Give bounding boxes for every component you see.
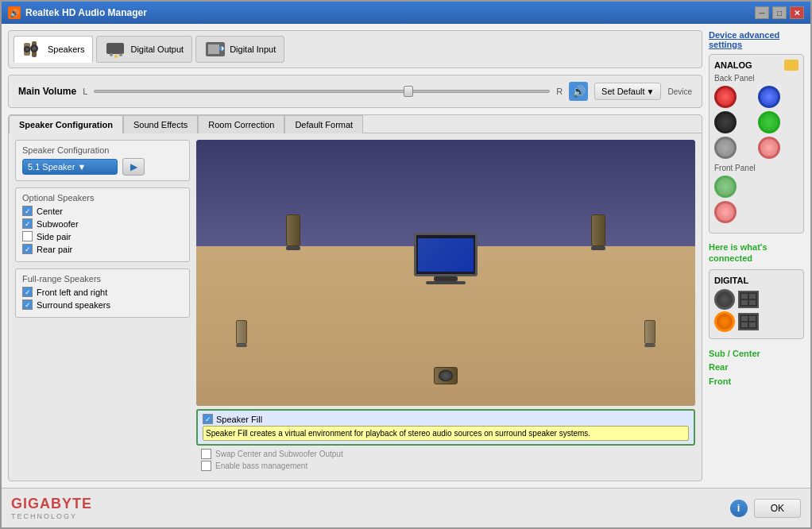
minimize-button[interactable]: ─ (755, 6, 769, 19)
front-panel-title: Front Panel (714, 164, 798, 172)
enhance-label: Enable bass management (215, 461, 307, 470)
subtab-sound-effects[interactable]: Sound Effects (123, 115, 198, 133)
enhance-checkbox[interactable] (201, 461, 211, 471)
rear-pair-checkbox[interactable] (22, 244, 33, 254)
folder-icon (784, 60, 798, 71)
info-button[interactable]: i (730, 500, 748, 517)
maximize-button[interactable]: □ (772, 6, 787, 19)
digital-connectors (714, 289, 798, 332)
surround-item: Surround speakers (22, 299, 183, 310)
front-left-speaker (286, 214, 300, 250)
surround-checkbox[interactable] (22, 299, 33, 310)
tab-speakers[interactable]: Speakers (14, 36, 93, 63)
gigabyte-logo: GIGABYTE TECHNOLOGY (11, 496, 92, 520)
speaker-config-group: Speaker Configuration 5.1 Speaker ▼ ▶ (15, 140, 190, 181)
ok-button[interactable]: OK (754, 499, 801, 518)
optional-speakers-title: Optional Speakers (22, 193, 183, 203)
subtab-speaker-config[interactable]: Speaker Configuration (9, 115, 123, 133)
swap-sub-checkbox[interactable] (201, 449, 211, 459)
tab-digital-output-label: Digital Output (130, 44, 184, 54)
front-connector-green (714, 176, 737, 198)
rear-pair-label: Rear pair (37, 245, 72, 254)
front-lr-item: Front left and right (22, 287, 183, 297)
front-right-speaker (591, 214, 605, 250)
connector-black[interactable] (714, 111, 737, 133)
mute-button[interactable]: 🔊 (569, 82, 588, 101)
speaker-fill-label-row: Speaker Fill (203, 414, 689, 424)
tab-inner: Speaker Configuration 5.1 Speaker ▼ ▶ (9, 133, 702, 481)
title-bar: 🔊 Realtek HD Audio Manager ─ □ ✕ (2, 2, 810, 24)
device-tabs: Speakers Digital Output (8, 30, 702, 68)
volume-r: R (556, 87, 563, 96)
logo-main-text: GIGABYTE (11, 496, 92, 512)
svg-point-2 (25, 48, 29, 51)
svg-point-5 (33, 47, 37, 51)
svg-point-7 (110, 53, 113, 56)
svg-point-9 (114, 55, 118, 58)
bottom-bar: GIGABYTE TECHNOLOGY i OK (2, 488, 810, 527)
side-pair-checkbox[interactable] (22, 231, 33, 241)
play-button[interactable]: ▶ (122, 158, 145, 176)
svg-rect-11 (208, 44, 219, 54)
digital-output-icon (105, 40, 127, 59)
digital-row-2 (714, 311, 798, 332)
digital-section: DIGITAL (709, 269, 804, 339)
volume-section: Main Volume L R 🔊 Set Default ▼ Device (8, 75, 702, 108)
device-settings-link[interactable]: Device advanced settings (709, 30, 804, 49)
digital-row-1 (714, 289, 798, 310)
speaker-fill-section: Speaker Fill Speaker Fill creates a virt… (196, 409, 695, 474)
swap-sub-item: Swap Center and Subwoofer Output (201, 449, 690, 459)
front-lr-label: Front left and right (37, 288, 107, 297)
speaker-config-dropdown[interactable]: 5.1 Speaker ▼ (22, 159, 118, 175)
optional-speakers-group: Optional Speakers Center Subwoofer (15, 187, 190, 262)
center-label: Center (37, 207, 63, 216)
front-spacer2 (758, 201, 780, 223)
digital-title: DIGITAL (714, 276, 748, 285)
left-panel: Speakers Digital Output (8, 30, 702, 481)
center-checkbox[interactable] (22, 206, 33, 216)
volume-slider[interactable] (94, 90, 550, 93)
svg-rect-6 (106, 43, 124, 54)
full-range-title: Full-range Speakers (22, 274, 183, 284)
close-button[interactable]: ✕ (790, 6, 804, 19)
controls-column: Speaker Configuration 5.1 Speaker ▼ ▶ (15, 140, 190, 474)
main-window: 🔊 Realtek HD Audio Manager ─ □ ✕ (0, 0, 812, 529)
svg-point-8 (119, 53, 122, 56)
main-content: Speakers Digital Output (2, 24, 810, 488)
speaker-fill-text: Speaker Fill (216, 415, 262, 424)
speaker-fill-box: Speaker Fill Speaker Fill creates a virt… (196, 409, 695, 446)
subwoofer (434, 367, 458, 384)
analog-header: ANALOG (714, 60, 798, 71)
back-panel-connectors (714, 86, 798, 159)
connector-pink (758, 137, 780, 159)
subwoofer-checkbox[interactable] (22, 218, 33, 229)
connector-red[interactable] (714, 86, 737, 108)
subtab-room-correction[interactable]: Room Correction (198, 115, 284, 133)
set-default-button[interactable]: Set Default ▼ (594, 83, 661, 100)
subwoofer-checkbox-item: Subwoofer (22, 218, 183, 229)
tab-digital-output[interactable]: Digital Output (96, 36, 192, 63)
enhance-item: Enable bass management (201, 461, 690, 471)
rear-right-speaker (644, 320, 655, 347)
subtab-default-format[interactable]: Default Format (284, 115, 363, 133)
speaker-fill-checkbox[interactable] (203, 414, 213, 424)
tv-monitor (414, 233, 478, 284)
app-icon: 🔊 (8, 6, 21, 19)
speaker-fill-desc: Speaker Fill creates a virtual environme… (203, 426, 689, 441)
speaker-visualization (196, 140, 695, 406)
window-controls: ─ □ ✕ (755, 6, 804, 19)
logo-sub-text: TECHNOLOGY (11, 512, 92, 520)
tab-digital-input[interactable]: Digital Input (195, 36, 284, 63)
chevron-down-icon: ▼ (647, 87, 655, 96)
volume-thumb[interactable] (404, 86, 413, 97)
sub-tabs: Speaker Configuration Sound Effects Room… (9, 115, 702, 133)
connector-blue[interactable] (758, 86, 780, 108)
connector-green[interactable] (758, 111, 780, 133)
digital-square-2 (738, 313, 759, 330)
front-panel-connectors (714, 176, 798, 223)
right-panel: Device advanced settings ANALOG Back Pan… (709, 30, 804, 481)
rear-pair-checkbox-item: Rear pair (22, 244, 183, 254)
sub-center-annotation: Sub / Center (709, 347, 804, 361)
front-lr-checkbox[interactable] (22, 287, 33, 297)
speaker-config-label: Speaker Configuration (22, 145, 183, 155)
